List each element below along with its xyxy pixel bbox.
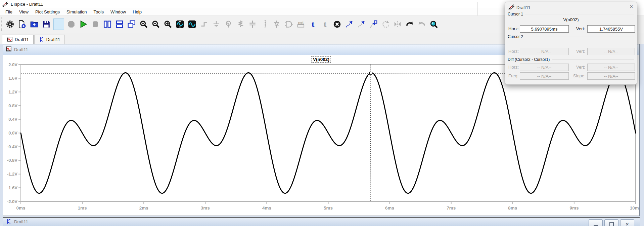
- cursor1-horz-value[interactable]: 5.6907895ms: [520, 25, 569, 33]
- cursor2-horz-value[interactable]: -- N/A--: [520, 48, 569, 55]
- zoom-out-button[interactable]: [150, 17, 162, 31]
- y-tick-label: 2.0V: [8, 62, 17, 67]
- diff-vert-label: Vert:: [576, 65, 585, 70]
- cursor1-vert-value[interactable]: 1.7465855V: [587, 25, 635, 33]
- diode-button[interactable]: [271, 17, 283, 31]
- x-tick-label: 10ms: [630, 205, 639, 211]
- window-title: LTspice - Draft11: [11, 2, 43, 7]
- y-tick-label: 0.8V: [8, 103, 17, 108]
- halt-button[interactable]: [65, 17, 77, 31]
- halt-icon: [67, 20, 76, 29]
- x-tick-label: 8ms: [508, 205, 517, 211]
- mirror-button[interactable]: [392, 17, 404, 31]
- run-icon: [79, 20, 88, 29]
- zoom-full-extents-button[interactable]: [162, 17, 174, 31]
- menu-simulation[interactable]: Simulation: [63, 8, 90, 15]
- svg-text:t: t: [324, 20, 327, 29]
- netlist-button[interactable]: net: [295, 17, 307, 31]
- cascade-button[interactable]: [126, 17, 138, 31]
- tab-label: Draft11: [46, 37, 60, 42]
- save-icon: [42, 20, 51, 29]
- pause-button[interactable]: [89, 17, 101, 31]
- cursor2-vert-value[interactable]: -- N/A--: [587, 48, 635, 55]
- highlight-blank-button[interactable]: [53, 18, 64, 30]
- menu-tools[interactable]: Tools: [90, 8, 107, 15]
- cursor1-horz-label: Horz:: [508, 26, 519, 31]
- plot-pane-button[interactable]: [186, 17, 198, 31]
- x-tick-label: 9ms: [569, 205, 579, 211]
- x-tick-label: 2ms: [139, 205, 148, 211]
- trace-vn002[interactable]: [21, 73, 636, 193]
- restore-icon: [609, 222, 614, 226]
- capacitor-button[interactable]: [246, 17, 259, 31]
- open-icon: [30, 20, 39, 29]
- draw-wire-button[interactable]: [198, 17, 210, 31]
- menu-help[interactable]: Help: [129, 8, 145, 15]
- restore-button[interactable]: [604, 219, 618, 226]
- tab-schematic-draft11[interactable]: Draft11: [34, 35, 65, 44]
- diff-group-label: Diff (Cursor2 - Cursor1): [508, 57, 634, 62]
- menu-window[interactable]: Window: [107, 8, 129, 15]
- cursor-dialog-title: Draft11: [516, 5, 531, 10]
- window-buttons: ×: [589, 219, 634, 226]
- pause-icon: [91, 20, 100, 29]
- tile-vertical-button[interactable]: [101, 17, 113, 31]
- menu-view[interactable]: View: [16, 8, 32, 15]
- diff-slope-value[interactable]: -- N/A--: [587, 72, 635, 80]
- cursor2-vert-label: Vert:: [576, 49, 585, 54]
- component-button[interactable]: [283, 17, 295, 31]
- inductor-button[interactable]: [259, 17, 271, 31]
- cascade-icon: [127, 20, 136, 29]
- cursor1-marker[interactable]: [369, 72, 372, 74]
- resistor-button[interactable]: [234, 17, 246, 31]
- toolbar-grip: [1, 17, 3, 31]
- open-button[interactable]: [28, 17, 40, 31]
- duplicate-button[interactable]: [367, 17, 379, 31]
- redo-icon: [417, 20, 426, 29]
- waveform-window-title: Draft11: [14, 47, 28, 52]
- schematic-window-titlebar[interactable]: Draft11 ×: [3, 217, 640, 226]
- spice-directive-button[interactable]: t: [319, 17, 331, 31]
- y-tick-label: 1.6V: [8, 76, 17, 81]
- find-button[interactable]: [428, 17, 440, 31]
- zoom-in-button[interactable]: [138, 17, 150, 31]
- tile-horizontal-icon: [115, 20, 124, 29]
- save-button[interactable]: [40, 17, 52, 31]
- spice-directive-icon: t: [321, 20, 329, 29]
- tile-horizontal-button[interactable]: [113, 17, 126, 31]
- trace-label[interactable]: V(n002): [311, 56, 331, 63]
- diff-vert-value[interactable]: -- N/A--: [587, 64, 635, 71]
- redo-button[interactable]: [416, 17, 428, 31]
- schematic-window-icon: [6, 219, 11, 225]
- delete-button[interactable]: [331, 17, 343, 31]
- text-button[interactable]: t: [307, 17, 319, 31]
- tab-waveform-draft11[interactable]: Draft11: [2, 35, 34, 44]
- diff-freq-value[interactable]: -- N/A--: [520, 72, 569, 80]
- ground-button[interactable]: [210, 17, 222, 31]
- label-net-button[interactable]: [222, 17, 234, 31]
- diff-horz-value[interactable]: -- N/A--: [520, 64, 569, 71]
- control-panel-button[interactable]: [4, 17, 16, 31]
- undo-button[interactable]: [404, 17, 416, 31]
- drag-button[interactable]: [355, 17, 367, 31]
- run-button[interactable]: [77, 17, 89, 31]
- close-window-button[interactable]: ×: [620, 219, 634, 226]
- y-tick-label: 0.4V: [8, 117, 17, 122]
- minimize-button[interactable]: [589, 219, 603, 226]
- menu-plot-settings[interactable]: Plot Settings: [32, 8, 63, 15]
- waveform-tab-icon: [7, 37, 12, 42]
- minimize-icon: [594, 225, 598, 226]
- new-schematic-button[interactable]: [16, 17, 28, 31]
- cursor-dialog[interactable]: Draft11 × Cursor 1 V(n002) Horz: 5.69078…: [505, 2, 637, 85]
- x-tick-label: 0ms: [16, 205, 25, 211]
- cursor-dialog-close-icon[interactable]: ×: [630, 4, 633, 9]
- menu-file[interactable]: File: [2, 8, 16, 15]
- x-tick-label: 6ms: [385, 205, 394, 211]
- delete-icon: [333, 20, 341, 29]
- autorange-y-button[interactable]: [174, 17, 186, 31]
- y-tick-label: 1.2V: [8, 89, 17, 95]
- move-button[interactable]: [343, 17, 355, 31]
- diff-slope-label: Slope:: [573, 73, 586, 78]
- cursor2-group-label: Cursor 2: [508, 34, 634, 39]
- rotate-button[interactable]: [379, 17, 392, 31]
